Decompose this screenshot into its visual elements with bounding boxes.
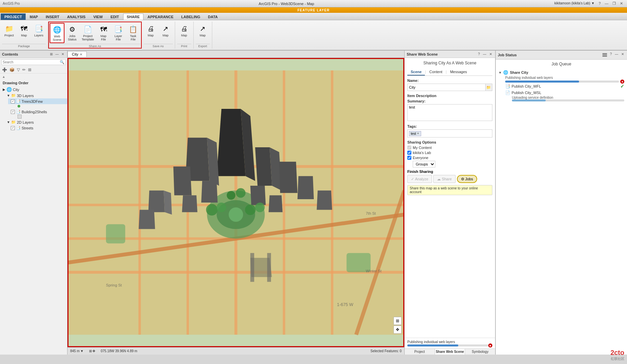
tree-item-2d-layers[interactable]: ▼ 📁 2D Layers [4,119,67,125]
print-button[interactable]: 🖨 Map [177,22,191,38]
project-button[interactable]: 📁 Project [2,22,16,38]
filter-icon[interactable]: ▽ [16,67,21,72]
publish-wsl-progress-fill [512,99,546,101]
svg-text:1-675 W: 1-675 W [337,302,353,307]
task-file-label: TaskFile [130,35,136,41]
tab-content[interactable]: Content [426,69,446,75]
search-input[interactable] [3,60,60,64]
map-package-button[interactable]: 🗺 Map [17,22,31,38]
svg-rect-42 [267,253,271,282]
contents-minimize-icon[interactable]: — [54,52,60,56]
footer-tab-share-web-scene[interactable]: Share Web Scene [435,349,465,355]
kikitas-lab-label: kikita's Lab [413,151,431,155]
tree-item-streets[interactable]: 📑 Streets [8,125,67,131]
title-close-btn[interactable]: ✕ [619,1,624,6]
tab-edit[interactable]: EDIT [107,13,123,20]
summary-input[interactable]: test [407,104,492,121]
title-help-btn[interactable]: ? [597,1,602,6]
tab-messages[interactable]: Messages [447,69,470,75]
building2shells-checkbox[interactable] [11,110,15,114]
search-icon[interactable]: 🔍 [60,60,64,64]
jobs-status-button[interactable]: ⚙ JobsStatus [65,23,79,42]
print-map-button[interactable]: 🖨 Map [144,22,158,38]
map-tab-close[interactable]: ✕ [80,53,82,56]
tab-labeling[interactable]: LABELING [178,13,204,20]
share-city-stop-btn[interactable]: ■ [620,80,624,84]
nav-scale-btn[interactable]: ⊞ ✥ [89,349,96,353]
map-file-icon: 🗺 [98,24,109,35]
svg-rect-41 [250,253,254,282]
tab-insert[interactable]: INSERT [42,13,63,20]
add-layer-icon[interactable]: ➕ [1,67,8,72]
analyze-button[interactable]: ✓ Analyze [407,175,432,183]
tags-container[interactable]: test ✕ [407,129,492,138]
save-as-buttons: 🖨 Map ↗ Map [144,22,173,43]
tab-share[interactable]: SHARE [123,13,144,20]
tree-item-building2shells[interactable]: 📑 Building2Shells [8,109,67,115]
footer-tab-symbology[interactable]: Symbology [465,349,495,355]
title-restore-btn[interactable]: ❐ [611,1,617,6]
task-file-button[interactable]: 📋 TaskFile [126,23,140,42]
panel-footer-tabs: Project Share Web Scene Symbology [405,348,495,355]
share-panel-minimize-btn[interactable]: — [482,52,487,56]
progress-stop-btn[interactable]: ■ [488,343,492,347]
layer-file-button[interactable]: 📑 LayerFile [111,23,126,42]
name-input[interactable] [407,84,486,91]
jobs-button[interactable]: ⚙ Jobs [457,175,477,183]
tab-appearance[interactable]: APPEARANCE [144,13,177,20]
ribbon-group-print: 🖨 Map Print [175,22,194,49]
tab-view[interactable]: VIEW [89,13,106,20]
contents-dock-icon[interactable]: ⊞ [49,52,54,56]
footer-tab-project[interactable]: Project [405,349,435,355]
user-label[interactable]: kikitamoon (kikita's Lab) ▼ [553,1,596,6]
scale-dropdown[interactable]: 845 m ▼ [70,349,84,353]
collapse-arrow: ▲ [0,73,67,80]
job-panel-help-btn[interactable]: ? [609,52,613,58]
table-icon[interactable]: ⊞ [27,67,32,72]
map-file-button[interactable]: 🗺 MapFile [97,23,111,42]
group-layer-icon[interactable]: 📦 [9,67,15,72]
selected-features-label: Selected Features: 0 [371,349,402,353]
tree-item-trees3dfew[interactable]: 📑 Trees3DFew [8,98,67,104]
ribbon-group-export: ↗ Map Export [194,22,212,49]
job-share-city-header: ▼ 🌐 Share City [498,70,624,75]
edit-layer-icon[interactable]: ✏ [22,67,26,72]
share-button[interactable]: ☁ Share [433,175,455,183]
tab-analysis[interactable]: ANALYSIS [63,13,89,20]
tag-remove-btn[interactable]: ✕ [417,132,419,135]
groups-select[interactable]: Groups [413,161,435,168]
tree-item-3d-layers[interactable]: ▼ 📁 3D Layers [4,93,67,98]
tab-data[interactable]: DATA [204,13,221,20]
tree-item-city[interactable]: ▶ 🌐 City [0,86,67,93]
job-panel-minimize-btn[interactable]: — [614,52,619,58]
share-panel-close-btn[interactable]: ✕ [488,52,493,56]
export-map-button[interactable]: ↗ Map [159,22,173,38]
kikitas-lab-checkbox[interactable] [407,151,411,155]
tab-project[interactable]: PROJECT [1,13,26,20]
trees3dfew-checkbox[interactable] [11,99,15,103]
city-globe-icon: 🌐 [6,87,12,92]
streets-checkbox[interactable] [11,126,15,130]
share-panel-help-btn[interactable]: ? [477,52,481,56]
my-content-checkbox[interactable] [407,146,411,150]
folder-btn[interactable]: 📁 [486,84,492,91]
hamburger-btn[interactable] [602,52,608,58]
map-extent-btn[interactable]: ⊞ [393,317,402,325]
map-nav-btn[interactable]: ✥ [393,326,402,334]
tab-scene[interactable]: Scene [407,69,425,75]
contents-close-icon[interactable]: ✕ [60,52,65,56]
title-minimize-btn[interactable]: — [603,1,610,6]
building-symbol [18,115,22,119]
map-tab-city[interactable]: City ✕ [67,51,87,57]
web-scene-button[interactable]: 🌐 WebScene [50,23,64,43]
layers-button[interactable]: 📑 Layers [32,22,46,38]
map-canvas[interactable]: 1-675 W Winter St Spring St 7th St ⊞ ✥ [67,58,404,347]
export-button[interactable]: ↗ Map [196,22,210,38]
expand-icon[interactable]: ▼ [498,71,502,74]
project-template-button[interactable]: 📄 ProjectTemplate [80,23,96,42]
everyone-checkbox[interactable] [407,156,411,160]
tab-map[interactable]: MAP [26,13,42,20]
jobs-label: Jobs [465,177,473,181]
print-label: Map [148,34,154,37]
job-panel-close-btn[interactable]: ✕ [620,52,625,58]
